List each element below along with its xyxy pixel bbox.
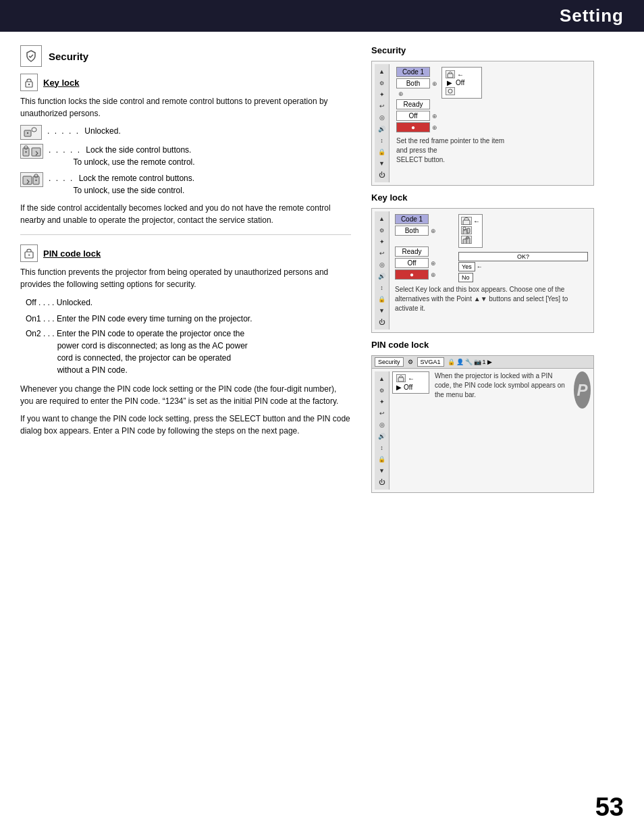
lock-icon-remote [20, 172, 43, 187]
menu-ready-label: Ready [396, 99, 430, 109]
keylock-description: This function locks the side control and… [20, 95, 351, 120]
kl-options-box: ← [458, 214, 483, 248]
yes-arrow: ← [477, 263, 483, 270]
kl-code1-label: Code 1 [395, 214, 429, 224]
keylock-title: Key lock [43, 78, 79, 88]
lock-item-3: . . . . Lock the remote control buttons.… [20, 172, 351, 197]
kl-ok-box: OK? [458, 252, 588, 261]
menu-dot-label: ● [396, 122, 430, 132]
svg-rect-24 [463, 239, 466, 244]
pin-settings-icon: ⚙ [406, 358, 415, 366]
ps-back: ↩ [377, 409, 387, 418]
kl-off-arrow: ⊕ [431, 260, 436, 267]
menu-row-empty1: ⊕ [396, 90, 437, 98]
kl-ready-label: Ready [395, 246, 429, 257]
si-mouse: ↕ [377, 136, 387, 145]
kl-si-down: ▼ [377, 306, 387, 315]
ps-q: ◎ [377, 420, 387, 429]
pin-options-list: Off . . . . Unlocked. On1 . . . Enter th… [26, 296, 351, 376]
security-diagram-caption: Set the red frame pointer to the itemand… [396, 136, 588, 165]
pin-content-row: ← ▶ Off When the projector is locked wit… [392, 371, 591, 409]
si-q: ◎ [377, 113, 387, 122]
lock-item-2: . . . . . Lock the side control buttons.… [20, 144, 351, 168]
pp-off: Off [404, 384, 412, 391]
right-pin-title: PIN code lock [371, 340, 594, 350]
kl-off-label: Off [395, 258, 429, 268]
pin-ti-arrow: ▶ [487, 359, 492, 365]
right-column: Security ▲ ⚙ ✦ ↩ ◎ 🔊 ↕ 🔒 ▼ ⏻ [365, 45, 594, 500]
ok-label: OK? [458, 252, 588, 261]
si-star: ✦ [377, 90, 387, 99]
pin-top-bar: Security ⚙ SVGA1 🔒 👤 🔧 📷 1 ▶ [372, 356, 593, 369]
kl-yes-row: Yes ← [458, 262, 588, 271]
pin-ti-user: 👤 [456, 359, 464, 365]
kl-ready: Ready [395, 246, 456, 257]
lock-icon-side [20, 144, 43, 159]
svg-rect-18 [463, 220, 470, 225]
menu-row-ready: Ready [396, 99, 437, 109]
ps-mouse: ↕ [377, 443, 387, 452]
pin-big-lock-icon: P [574, 371, 591, 409]
kl-opt2 [461, 226, 480, 234]
menu-row-off: Off ⊕ [396, 111, 437, 121]
kl-si-power: ⏻ [377, 317, 387, 327]
pin-off: Off . . . . Unlocked. [26, 296, 351, 311]
si-power: ⏻ [377, 170, 387, 180]
svg-point-17 [448, 89, 452, 93]
sub-panel-row2: ▶ Off [446, 79, 478, 86]
kl-opt2-icon [461, 226, 472, 234]
pin-panel-row2: ▶ Off [396, 384, 425, 391]
lock-item-2-text: . . . . . Lock the side control buttons.… [49, 144, 195, 168]
kl-menu-col: Code 1 Both ⊕ Ready Off ⊕ [395, 214, 456, 281]
no-label: No [458, 273, 473, 282]
pin-panel-row1: ← [396, 374, 425, 382]
keylock-icon [20, 74, 38, 91]
kl-si-up: ▲ [377, 214, 387, 224]
kl-arrow1: ← [473, 217, 480, 225]
menu-both-arrow: ⊕ [432, 80, 437, 87]
page-footer: 53 [595, 793, 624, 822]
kl-off: Off ⊕ [395, 258, 456, 268]
sp-lock-icon2 [446, 87, 455, 95]
pin-ti-lock: 🔒 [448, 359, 455, 365]
pin-caption-lock: When the projector is locked with a PIN … [435, 371, 568, 400]
kl-options-col: ← [458, 214, 588, 282]
kl-dot-arrow: ⊕ [431, 271, 436, 278]
pin-on1: On1 . . . Enter the PIN code every time … [26, 312, 351, 327]
kl-opt3-icon [461, 236, 472, 244]
svg-point-7 [25, 151, 26, 153]
menu-dot-arrow: ⊕ [432, 124, 437, 131]
yes-label: Yes [458, 262, 475, 271]
lock-icon-unlocked [20, 125, 42, 140]
kl-code1: Code 1 [395, 214, 456, 224]
security-menu-col: Code 1 Both ⊕ ⊕ Ready Off [396, 67, 437, 134]
kl-opt1: ← [461, 217, 480, 225]
svg-rect-21 [467, 228, 470, 233]
keylock-diagram: ▲ ⚙ ✦ ↩ ◎ 🔊 ↕ 🔒 ▼ ⏻ Code 1 [371, 208, 594, 333]
security-diagram: ▲ ⚙ ✦ ↩ ◎ 🔊 ↕ 🔒 ▼ ⏻ Code 1 [371, 61, 594, 186]
menu-off-arrow: ⊕ [432, 113, 437, 120]
kl-main: Code 1 Both ⊕ Ready Off ⊕ [392, 211, 591, 316]
kl-si-lock: 🔒 [377, 294, 387, 304]
si-back: ↩ [377, 101, 387, 111]
pin-top-icons: 🔒 👤 🔧 📷 1 ▶ [448, 359, 492, 365]
pp-arrow: ← [408, 375, 414, 382]
keylock-caption: Select Key lock and this box appears. Ch… [395, 285, 588, 313]
pin-security-label: Security [375, 357, 404, 367]
si-up: ▲ [377, 67, 387, 76]
pin-title: PIN code lock [43, 249, 101, 259]
si-lock-s: 🔒 [377, 147, 387, 157]
ps-speaker: 🔊 [377, 432, 387, 441]
sp-p-icon: ▶ [446, 79, 452, 86]
divider-1 [20, 234, 351, 235]
si-speaker: 🔊 [377, 124, 387, 134]
pin-icon: P [20, 244, 38, 262]
kl-si-q: ◎ [377, 260, 387, 269]
sub-panel-row1: ← [446, 70, 478, 78]
pin-on2: On2 . . . Enter the PIN code to operate … [26, 328, 351, 376]
security-heading: Security [20, 45, 351, 67]
pin-caption-text: When the projector is locked with a PIN … [435, 371, 568, 400]
kl-opt3 [461, 236, 480, 244]
svg-rect-16 [448, 74, 453, 78]
kl-opt1-icon [461, 217, 472, 225]
